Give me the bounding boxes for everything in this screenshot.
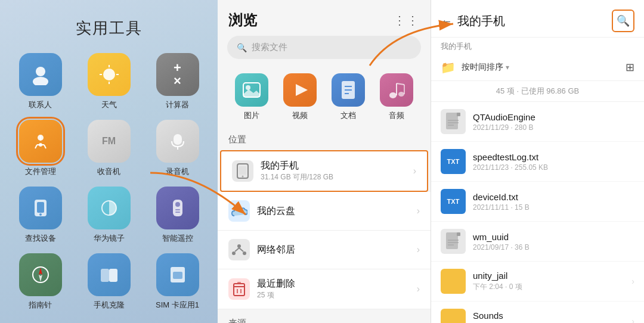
svg-point-46	[237, 244, 241, 248]
deviceid-meta: 2021/11/11 · 15 B	[473, 203, 634, 212]
breadcrumb: 我的手机	[431, 38, 644, 55]
clone-label: 手机克隆	[94, 300, 125, 310]
unityjail-thumb	[441, 269, 466, 294]
quick-item-docs[interactable]: 文档	[332, 73, 365, 121]
file-item-speedtest[interactable]: TXTspeedtestLog.txt2021/11/23 · 255.05 K…	[431, 142, 644, 182]
svg-point-38	[389, 92, 397, 98]
search-bar[interactable]: 🔍 搜索文件	[227, 36, 421, 59]
svg-rect-21	[175, 209, 180, 210]
speedtest-meta: 2021/11/23 · 255.05 KB	[473, 163, 634, 172]
source-section-title: 来源	[218, 314, 431, 323]
app-item-sim[interactable]: SIM 卡应用1	[149, 253, 206, 310]
remote-icon	[156, 187, 199, 229]
app-item-mirror[interactable]: 华为镜子	[80, 187, 137, 244]
sim-label: SIM 卡应用1	[156, 300, 199, 310]
wmuuid-meta: 2021/09/17 · 36 B	[473, 243, 634, 251]
grid-view-button[interactable]: ⊞	[626, 61, 634, 74]
svg-line-11	[35, 145, 37, 148]
svg-rect-44	[239, 166, 246, 175]
locations-list: 我的手机31.14 GB 可用/128 GB›我的云盘›网络邻居›最近删除25 …	[218, 150, 431, 309]
app-item-weather[interactable]: 天气	[80, 53, 137, 110]
svg-point-1	[33, 77, 48, 85]
remote-label: 智能遥控	[162, 233, 193, 244]
files-toolbar: 📁 按时间排序 ▾ ⊞	[431, 55, 644, 81]
svg-line-12	[44, 145, 46, 148]
files-title: 我的手机	[457, 13, 612, 29]
file-item-deviceid[interactable]: TXTdeviceId.txt2021/11/11 · 15 B	[431, 182, 644, 222]
app-item-radio[interactable]: FM收音机	[80, 120, 137, 177]
svg-point-31	[246, 85, 250, 90]
svg-rect-51	[234, 284, 244, 296]
browser-title: 浏览	[228, 11, 257, 30]
myphone-name: 我的手机	[261, 160, 413, 172]
location-item-network[interactable]: 网络邻居›	[218, 231, 431, 269]
app-item-remote[interactable]: 智能遥控	[149, 187, 206, 244]
svg-rect-27	[109, 269, 117, 282]
svg-rect-22	[175, 212, 180, 213]
search-button[interactable]: 🔍	[612, 10, 634, 32]
qtaudio-name: QTAudioEngine	[473, 112, 634, 122]
radio-icon: FM	[88, 120, 131, 163]
cloud-icon	[228, 200, 250, 222]
svg-rect-56	[446, 113, 458, 129]
svg-point-20	[175, 202, 180, 207]
svg-marker-24	[39, 268, 42, 275]
location-item-myphone[interactable]: 我的手机31.14 GB 可用/128 GB›	[220, 150, 428, 192]
recorder-label: 录音机	[166, 166, 189, 177]
svg-marker-33	[296, 84, 308, 96]
chevron-right-icon: ›	[417, 244, 420, 255]
app-item-recorder[interactable]: 录音机	[149, 120, 206, 177]
mirror-icon	[88, 187, 131, 229]
svg-marker-32	[243, 89, 260, 97]
svg-line-42	[397, 83, 404, 85]
sounds-thumb	[441, 309, 466, 323]
video-icon	[283, 73, 317, 107]
wmuuid-thumb	[441, 229, 466, 254]
file-item-qtaudio[interactable]: QTAudioEngine2021/11/29 · 280 B	[431, 102, 644, 142]
file-item-unityjail[interactable]: unity_jail下午 2:04 · 0 项›	[431, 262, 644, 302]
speedtest-name: speedtestLog.txt	[473, 152, 634, 162]
location-item-recent-delete[interactable]: 最近删除25 项›	[218, 269, 431, 309]
app-item-compass[interactable]: 指南针	[12, 253, 69, 310]
mirror-label: 华为镜子	[94, 233, 125, 244]
apps-grid: 联系人天气+×计算器文件管理FM收音机录音机查找设备华为镜子智能遥控指南针手机克…	[12, 53, 206, 310]
app-item-contacts[interactable]: 联系人	[12, 53, 69, 110]
chevron-right-icon: ›	[417, 206, 420, 216]
network-icon	[228, 239, 250, 260]
clone-icon	[88, 253, 131, 296]
quick-item-images[interactable]: 图片	[235, 73, 268, 121]
app-item-clone[interactable]: 手机克隆	[80, 253, 137, 310]
app-item-finddevice[interactable]: 查找设备	[12, 187, 69, 244]
sim-icon	[156, 253, 199, 296]
back-button[interactable]: ←	[441, 14, 453, 28]
recent-delete-size: 25 项	[257, 290, 417, 300]
folder-icon: 📁	[441, 60, 456, 74]
app-item-calc[interactable]: +×计算器	[149, 53, 206, 110]
quick-item-video[interactable]: 视频	[283, 73, 317, 121]
file-item-sounds[interactable]: Sounds上午 9:41 · 0 项 · 音频›	[431, 302, 644, 323]
finddevice-label: 查找设备	[25, 233, 56, 244]
menu-dots-icon[interactable]: ⋮⋮	[394, 13, 420, 27]
docs-icon	[332, 73, 365, 107]
chevron-right-icon: ›	[631, 316, 634, 323]
file-item-wmuuid[interactable]: wm_uuid2021/09/17 · 36 B	[431, 222, 644, 262]
location-item-cloud[interactable]: 我的云盘›	[218, 192, 431, 231]
app-item-filemanager[interactable]: 文件管理	[12, 120, 69, 177]
sort-arrow-icon: ▾	[506, 63, 509, 72]
files-header: ← 我的手机 🔍	[431, 0, 644, 38]
myphone-size: 31.14 GB 可用/128 GB	[261, 172, 413, 182]
quick-item-audio[interactable]: 音频	[380, 73, 413, 121]
svg-line-50	[239, 248, 243, 251]
chevron-right-icon: ›	[413, 166, 416, 176]
sort-button[interactable]: 按时间排序 ▾	[462, 62, 626, 73]
svg-point-48	[243, 251, 246, 255]
panel-apps: 实用工具 联系人天气+×计算器文件管理FM收音机录音机查找设备华为镜子智能遥控指…	[0, 0, 218, 323]
panel-files: ← 我的手机 🔍 我的手机 📁 按时间排序 ▾ ⊞ 45 项 · 已使用 96.…	[431, 0, 644, 323]
svg-rect-62	[457, 232, 460, 236]
svg-point-17	[39, 213, 42, 216]
chevron-right-icon: ›	[417, 284, 420, 294]
svg-line-49	[235, 248, 239, 251]
weather-icon	[88, 53, 131, 96]
apps-panel-title: 实用工具	[76, 18, 143, 39]
compass-label: 指南针	[29, 300, 52, 310]
